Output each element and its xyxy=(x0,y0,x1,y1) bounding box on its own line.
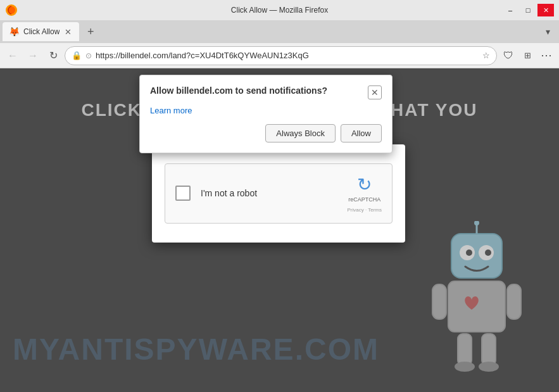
forward-button[interactable]: → xyxy=(24,47,42,65)
recaptcha-text: reCAPTCHA xyxy=(348,196,380,203)
svg-point-8 xyxy=(474,221,479,225)
svg-rect-12 xyxy=(458,334,472,365)
new-tab-button[interactable]: + xyxy=(82,23,99,41)
minimize-button[interactable]: – xyxy=(502,4,518,16)
notification-title: Allow billendel.com to send notification… xyxy=(150,85,368,96)
allow-button[interactable]: Allow xyxy=(341,124,382,142)
captcha-dialog: I'm not a robot ↻ reCAPTCHA Privacy · Te… xyxy=(152,144,405,243)
lock-icon: 🔒 xyxy=(72,51,82,60)
reload-button[interactable]: ↻ xyxy=(44,47,62,65)
notification-buttons: Always Block Allow xyxy=(150,124,382,142)
svg-rect-10 xyxy=(432,284,446,319)
notification-header: Allow billendel.com to send notification… xyxy=(150,85,382,99)
tab-favicon: 🦊 xyxy=(9,27,20,37)
recaptcha-icon: ↻ xyxy=(357,174,372,195)
captcha-checkbox[interactable] xyxy=(175,186,191,201)
svg-rect-11 xyxy=(507,284,521,319)
browser-content: CLICK «ALLOW» TO CONFIRM THAT YOU MYANTI… xyxy=(0,68,559,392)
svg-rect-9 xyxy=(448,281,505,332)
toolbar-actions: 🛡 ⊞ ⋯ xyxy=(499,47,555,65)
svg-point-14 xyxy=(455,362,475,372)
active-tab[interactable]: 🦊 Click Allow ✕ xyxy=(3,22,79,41)
tab-close-button[interactable]: ✕ xyxy=(63,26,73,38)
captcha-label: I'm not a robot xyxy=(201,188,337,198)
firefox-icon xyxy=(5,4,18,16)
close-button[interactable]: ✕ xyxy=(537,4,554,16)
extensions-button[interactable]: ⊞ xyxy=(518,47,536,65)
maximize-button[interactable]: □ xyxy=(520,4,536,16)
recaptcha-logo: ↻ reCAPTCHA Privacy · Terms xyxy=(347,174,382,213)
titlebar: Click Allow — Mozilla Firefox – □ ✕ xyxy=(0,0,559,20)
settings-button[interactable]: ⋯ xyxy=(537,47,555,65)
back-button[interactable]: ← xyxy=(4,47,22,65)
notification-close-button[interactable]: ✕ xyxy=(368,85,382,99)
learn-more-link[interactable]: Learn more xyxy=(150,106,382,115)
svg-point-15 xyxy=(479,362,499,372)
robot-character xyxy=(420,221,534,379)
tabbar: 🦊 Click Allow ✕ + ▾ xyxy=(0,20,559,43)
shield-icon: ⊙ xyxy=(85,51,92,60)
tab-label: Click Allow xyxy=(23,27,60,36)
vpn-button[interactable]: 🛡 xyxy=(499,47,517,65)
notification-dialog: Allow billendel.com to send notification… xyxy=(139,75,393,153)
toolbar: ← → ↻ 🔒 ⊙ https://billendel.com/land?c=X… xyxy=(0,43,559,68)
recaptcha-privacy: Privacy · Terms xyxy=(347,207,382,213)
always-block-button[interactable]: Always Block xyxy=(265,124,336,142)
captcha-box: I'm not a robot ↻ reCAPTCHA Privacy · Te… xyxy=(165,163,393,224)
url-display: https://billendel.com/land?c=XU4DtT6kQYW… xyxy=(96,51,479,60)
svg-point-5 xyxy=(466,250,472,256)
tab-list-button[interactable]: ▾ xyxy=(539,23,556,41)
svg-rect-13 xyxy=(482,334,496,365)
svg-point-6 xyxy=(485,250,491,256)
window-controls: – □ ✕ xyxy=(502,4,554,16)
titlebar-left xyxy=(5,4,22,16)
bookmark-icon[interactable]: ☆ xyxy=(482,51,490,60)
address-bar[interactable]: 🔒 ⊙ https://billendel.com/land?c=XU4DtT6… xyxy=(65,46,497,65)
window-title: Click Allow — Mozilla Firefox xyxy=(231,6,328,15)
